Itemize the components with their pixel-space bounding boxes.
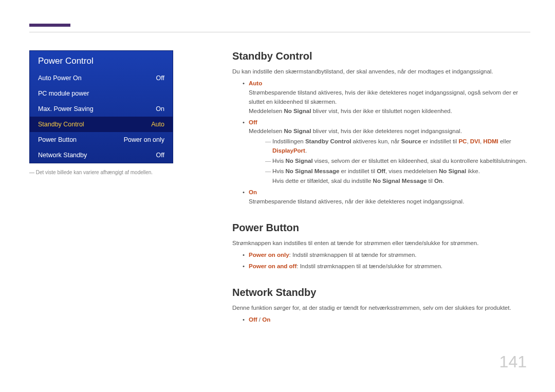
menu-item-auto-power-on[interactable]: Auto Power On Off xyxy=(30,70,173,86)
option-label-auto: Auto xyxy=(249,80,262,86)
standby-option-on: On Strømbesparende tilstand aktiveres, n… xyxy=(243,188,530,207)
menu-item-value: Off xyxy=(156,74,164,82)
power-control-menu: Power Control Auto Power On Off PC modul… xyxy=(29,50,173,163)
off-desc-1c: bliver vist, hvis der ikke detekteres no… xyxy=(311,128,461,134)
right-column: Standby Control Du kan indstille den skæ… xyxy=(232,50,530,327)
powerbutton-option-on-only: Power on only: Indstil strømknappen til … xyxy=(243,251,530,260)
standby-intro: Du kan indstille den skærmstandbytilstan… xyxy=(232,67,530,76)
off-no-signal: No Signal xyxy=(284,128,311,134)
off-note-1: Indstillingen Standby Control aktiveres … xyxy=(265,137,530,156)
menu-item-label: Network Standby xyxy=(38,152,87,159)
auto-no-signal: No Signal xyxy=(284,108,311,114)
menu-item-network-standby[interactable]: Network Standby Off xyxy=(30,147,173,163)
option-label-off: Off xyxy=(249,119,257,125)
menu-item-label: Max. Power Saving xyxy=(38,105,94,113)
network-options: Off / On xyxy=(243,315,530,325)
standby-option-auto: Auto Strømbesparende tilstand aktiveres,… xyxy=(243,79,530,116)
image-caption: ― Det viste billede kan variere afhængig… xyxy=(29,170,173,175)
menu-item-label: Power Button xyxy=(38,136,77,143)
menu-title: Power Control xyxy=(30,51,173,70)
powerbutton-option-list: Power on only: Indstil strømknappen til … xyxy=(232,251,530,271)
header-accent-bar xyxy=(29,24,70,27)
menu-item-value: On xyxy=(156,105,164,113)
standby-option-off: Off Meddelelsen No Signal bliver vist, h… xyxy=(243,118,530,186)
menu-item-label: Standby Control xyxy=(38,121,84,128)
off-note-3: Hvis No Signal Message er indstillet til… xyxy=(265,167,530,176)
menu-item-power-button[interactable]: Power Button Power on only xyxy=(30,132,173,147)
off-note-4: Hvis dette er tilfældet, skal du indstil… xyxy=(265,177,530,186)
standby-option-list: Auto Strømbesparende tilstand aktiveres,… xyxy=(232,79,530,207)
off-notes: Indstillingen Standby Control aktiveres … xyxy=(249,137,530,186)
heading-standby-control: Standby Control xyxy=(232,50,530,62)
page-content: Power Control Auto Power On Off PC modul… xyxy=(29,50,530,327)
powerbutton-option-on-and-off: Power on and off: Indstil strømknappen t… xyxy=(243,262,530,271)
powerbutton-intro: Strømknappen kan indstilles til enten at… xyxy=(232,239,530,248)
auto-desc-2c: bliver vist, hvis der ikke er tilsluttet… xyxy=(311,108,452,114)
network-option-list: Off / On xyxy=(232,315,530,325)
auto-desc-1: Strømbesparende tilstand aktiveres, hvis… xyxy=(249,89,518,105)
menu-item-pc-module-power[interactable]: PC module power xyxy=(30,86,173,101)
menu-item-max-power-saving[interactable]: Max. Power Saving On xyxy=(30,101,173,117)
header-divider xyxy=(29,32,530,32)
left-column: Power Control Auto Power On Off PC modul… xyxy=(29,50,232,327)
menu-item-value: Power on only xyxy=(124,136,164,143)
on-desc: Strømbesparende tilstand aktiveres, når … xyxy=(249,198,464,204)
heading-network-standby: Network Standby xyxy=(232,287,530,298)
menu-item-standby-control[interactable]: Standby Control Auto xyxy=(30,117,173,132)
menu-item-value: Auto xyxy=(151,121,164,128)
menu-item-label: PC module power xyxy=(38,90,89,97)
menu-item-value: Off xyxy=(156,152,164,159)
heading-power-button: Power Button xyxy=(232,222,530,234)
off-desc-1a: Meddelelsen xyxy=(249,128,284,134)
page-number: 141 xyxy=(499,352,527,371)
auto-desc-2a: Meddelelsen xyxy=(249,108,284,114)
off-note-2: Hvis No Signal vises, selvom der er tils… xyxy=(265,157,530,166)
menu-item-label: Auto Power On xyxy=(38,74,82,82)
option-label-on: On xyxy=(249,189,257,195)
network-intro: Denne funktion sørger for, at der stadig… xyxy=(232,304,530,312)
